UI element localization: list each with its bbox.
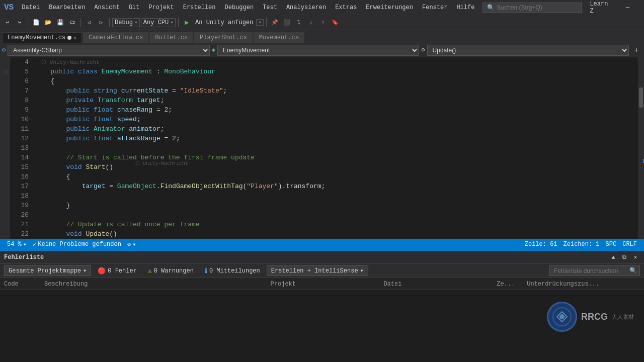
code-line-22: void Update()	[35, 229, 638, 239]
menu-test[interactable]: Test	[259, 2, 281, 13]
code-line-4: ⬡ Unity-Nachricht	[35, 57, 638, 67]
toolbar-step-into[interactable]: ↓	[305, 17, 316, 28]
filter-icon: ⊘	[127, 241, 131, 248]
cpu-dropdown[interactable]: Any CPU ▾	[141, 18, 176, 27]
col-project[interactable]: Projekt	[271, 281, 384, 288]
search-input[interactable]	[497, 4, 577, 11]
search-icon: 🔍	[487, 4, 495, 12]
scrollbar-thumb[interactable]	[639, 87, 643, 108]
menu-analysieren[interactable]: Analysieren	[282, 2, 330, 13]
tab-playershot[interactable]: PlayerShot.cs	[194, 32, 253, 43]
tab-enemymovement[interactable]: EnemyMovement.cs ✕	[2, 32, 82, 43]
status-encoding: SPC	[603, 241, 620, 248]
tab-camerafollow[interactable]: CameraFollow.cs	[83, 32, 148, 43]
toolbar-new-project[interactable]: 📄	[31, 17, 42, 28]
menu-erweiterungen[interactable]: Erweiterungen	[362, 2, 417, 13]
toolbar-save-all[interactable]: 🗂	[67, 17, 78, 28]
status-check[interactable]: ✓ Keine Probleme gefunden	[30, 241, 124, 248]
build-filter-dropdown[interactable]: Erstellen + IntelliSense ▾	[267, 265, 368, 276]
error-panel-undock[interactable]: ⧉	[620, 253, 629, 262]
toolbar-redo[interactable]: ↪	[14, 17, 25, 28]
menu-fenster[interactable]: Fenster	[418, 2, 451, 13]
code-editor[interactable]: 4 5 6 7 8 9 10 11 12 13 14 15 16 17 18 1…	[10, 57, 644, 239]
toolbar-bookmark[interactable]: 🔖	[330, 17, 341, 28]
menu-debuggen[interactable]: Debuggen	[221, 2, 258, 13]
tab-bullet[interactable]: Bullet.cs	[149, 32, 193, 43]
col-code[interactable]: Code	[4, 281, 44, 288]
menu-git[interactable]: Git	[125, 2, 144, 13]
play-button[interactable]: ▶	[181, 17, 192, 28]
menu-projekt[interactable]: Projekt	[144, 2, 178, 13]
code-line-7: public string currentState = "IdleState"…	[35, 86, 638, 96]
status-zoom[interactable]: 54 % ▾	[4, 241, 30, 248]
build-filter-label: Erstellen + IntelliSense	[271, 267, 358, 275]
col-line[interactable]: Ze...	[497, 281, 527, 288]
line-num-21: 21	[10, 220, 29, 229]
toolbar-step-out[interactable]: ↑	[317, 17, 329, 28]
project-filter-dropdown[interactable]: Gesamte Projektmappe ▾	[4, 265, 91, 276]
toolbar-redo2[interactable]: ▷	[96, 17, 107, 28]
assembly-select[interactable]: Assembly-CSharp	[8, 45, 209, 56]
toolbar-undo2[interactable]: ◁	[84, 17, 95, 28]
zoom-dropdown-icon: ▾	[23, 241, 27, 248]
nav-expand-btn[interactable]: +	[631, 45, 642, 56]
line-num-8: 8	[10, 96, 29, 105]
tab-enemymovement-modified	[67, 36, 71, 40]
minimize-button[interactable]: ─	[616, 0, 639, 15]
toolbar-step-over[interactable]: ⤵	[293, 17, 304, 28]
search-box[interactable]: 🔍	[482, 3, 582, 13]
error-panel-expand[interactable]: ▲	[609, 253, 618, 262]
learn-label[interactable]: Learn Z	[586, 0, 612, 17]
code-line-5: public class EnemyMovement : MonoBehavio…	[35, 67, 638, 76]
toolbar-undo[interactable]: ↩	[2, 17, 13, 28]
col-suppress[interactable]: Unterdrückungszus...	[527, 281, 640, 288]
code-content[interactable]: ⬡ Unity-Nachricht public class EnemyMove…	[33, 57, 638, 239]
toolbar-open[interactable]: 📂	[43, 17, 54, 28]
menu-datei[interactable]: Datei	[18, 2, 44, 13]
col-file[interactable]: Datei	[383, 281, 497, 288]
error-search-box[interactable]: 🔍	[549, 265, 640, 276]
error-icon: 🔴	[98, 267, 106, 275]
watermark-rrcg: RRCG	[581, 312, 608, 322]
tab-enemymovement-close[interactable]: ✕	[73, 35, 76, 41]
toolbar-sep-3	[109, 18, 110, 27]
warnings-count: 0 Warnungen	[154, 267, 194, 275]
code-line-16: {	[35, 172, 638, 182]
class-select[interactable]: EnemyMovement	[217, 45, 419, 56]
menu-erstellen[interactable]: Erstellen	[179, 2, 220, 13]
menu-ansicht[interactable]: Ansicht	[90, 2, 123, 13]
nav-class-icon: ◈	[212, 46, 215, 54]
method-select[interactable]: Update()	[427, 45, 629, 56]
status-line-ending: CRLF	[619, 241, 640, 248]
errors-badge[interactable]: 🔴 0 Fehler	[93, 265, 141, 277]
status-filter[interactable]: ⊘ ▾	[124, 241, 139, 248]
app-logo: VS	[4, 3, 14, 12]
error-panel-close[interactable]: ✕	[631, 253, 640, 262]
line-numbers: 4 5 6 7 8 9 10 11 12 13 14 15 16 17 18 1…	[10, 57, 33, 239]
col-description[interactable]: Beschreibung	[44, 281, 271, 288]
menu-extras[interactable]: Extras	[331, 2, 361, 13]
scrollbar-vertical[interactable]	[638, 57, 644, 239]
warnings-badge[interactable]: ⚠ 0 Warnungen	[143, 265, 198, 277]
menu-hilfe[interactable]: Hilfe	[452, 2, 478, 13]
toolbar-breakpoint[interactable]: ⬛	[281, 17, 292, 28]
svg-point-1	[559, 314, 565, 319]
menu-bearbeiten[interactable]: Bearbeiten	[45, 2, 89, 13]
error-panel-controls: ▲ ⧉ ✕	[609, 253, 640, 262]
cpu-label: Any CPU	[143, 19, 169, 26]
restore-button[interactable]: ❐	[639, 0, 644, 15]
nav-assembly-icon: ⚙	[2, 46, 6, 54]
tab-movement[interactable]: Movement.cs	[254, 32, 304, 43]
line-num-11: 11	[10, 124, 29, 134]
status-bar: 54 % ▾ ✓ Keine Probleme gefunden ⊘ ▾ Zei…	[0, 239, 644, 250]
line-num-13: 13	[10, 143, 29, 153]
debug-label: Debug	[115, 19, 133, 26]
debug-dropdown[interactable]: Debug ▾	[112, 18, 140, 27]
toolbar-pin[interactable]: 📌	[269, 17, 280, 28]
code-line-18	[35, 191, 638, 201]
error-search-input[interactable]	[554, 267, 629, 275]
toolbar-save[interactable]: 💾	[55, 17, 66, 28]
messages-badge[interactable]: ℹ 0 Mitteilungen	[200, 265, 265, 277]
attach-dropdown[interactable]: ▾	[256, 19, 264, 26]
line-num-10: 10	[10, 115, 29, 124]
